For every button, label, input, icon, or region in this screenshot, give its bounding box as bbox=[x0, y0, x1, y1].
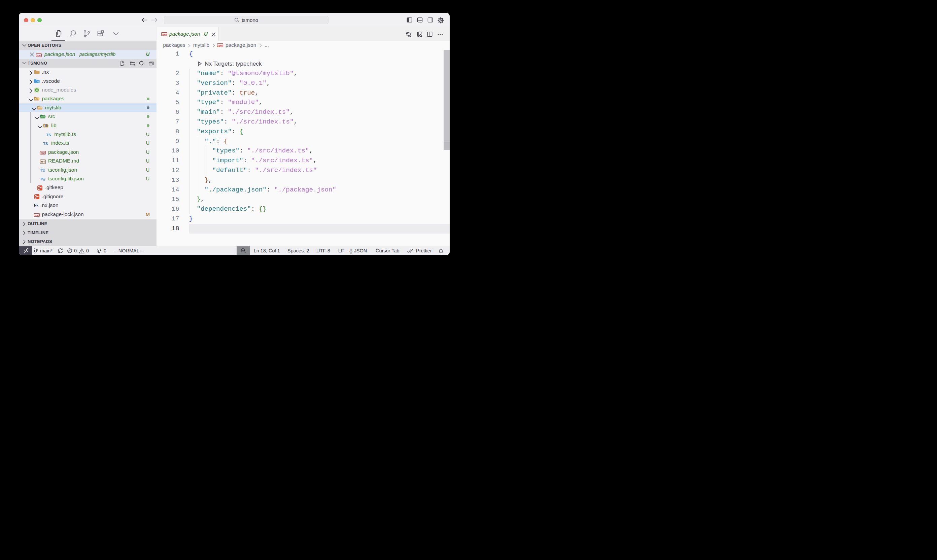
svg-text:npm: npm bbox=[37, 54, 42, 57]
svg-text:M: M bbox=[41, 160, 43, 163]
svg-text:TS: TS bbox=[43, 142, 48, 146]
svg-text:N: N bbox=[34, 203, 37, 207]
svg-text:npm: npm bbox=[218, 44, 223, 47]
svg-text:npm: npm bbox=[162, 33, 166, 36]
svg-text:x: x bbox=[37, 204, 38, 207]
svg-text:npm: npm bbox=[41, 152, 45, 154]
svg-text:npm: npm bbox=[34, 214, 39, 217]
svg-text:TS: TS bbox=[46, 133, 51, 137]
svg-text:JS: JS bbox=[36, 89, 38, 91]
